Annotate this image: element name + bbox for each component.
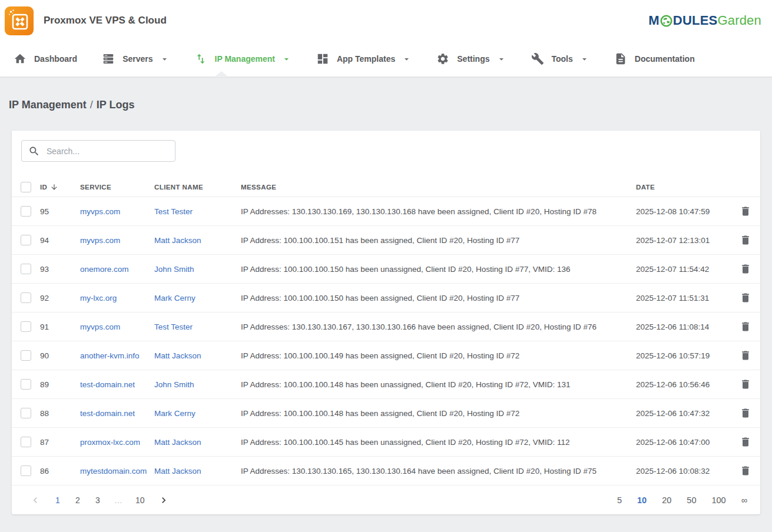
service-link[interactable]: myvps.com: [80, 207, 120, 216]
delete-row-button[interactable]: [734, 292, 751, 304]
nav-item-app-templates[interactable]: App Templates: [304, 41, 424, 77]
trash-icon: [740, 465, 751, 477]
client-link[interactable]: Matt Jackson: [154, 351, 201, 360]
client-link[interactable]: Mark Cerny: [154, 409, 196, 418]
row-checkbox[interactable]: [21, 437, 31, 447]
chevron-down-icon: [496, 54, 506, 64]
per-page-option-50[interactable]: 50: [687, 496, 696, 505]
cell-id: 89: [40, 380, 80, 389]
cell-date: 2025-12-06 10:57:19: [636, 351, 734, 360]
service-link[interactable]: proxmox-lxc.com: [80, 438, 140, 447]
next-page-button[interactable]: [158, 494, 170, 506]
service-link[interactable]: my-lxc.org: [80, 294, 117, 302]
cell-message: IP Address: 100.100.100.149 has been ass…: [241, 351, 636, 360]
home-icon: [14, 52, 26, 65]
nav-item-documentation[interactable]: Documentation: [602, 41, 707, 77]
page-button-3[interactable]: 3: [94, 496, 101, 505]
delete-row-button[interactable]: [734, 321, 751, 332]
row-checkbox[interactable]: [21, 466, 31, 476]
row-checkbox[interactable]: [21, 408, 31, 418]
ip-logs-card: ID SERVICE CLIENT NAME MESSAGE DATE 95my…: [12, 131, 760, 514]
delete-row-button[interactable]: [734, 465, 751, 477]
cell-date: 2025-12-06 10:08:32: [636, 467, 734, 476]
page-button-2[interactable]: 2: [74, 496, 81, 505]
table-row: 87proxmox-lxc.comMatt JacksonIP Address:…: [12, 428, 760, 457]
service-link[interactable]: another-kvm.info: [80, 351, 140, 360]
per-page-option-100[interactable]: 100: [711, 496, 725, 505]
table-row: 88test-domain.netMark CernyIP Address: 1…: [12, 399, 760, 428]
service-link[interactable]: myvps.com: [80, 236, 120, 245]
row-checkbox[interactable]: [21, 235, 31, 245]
per-page-options: 5102050100∞: [617, 496, 747, 505]
service-link[interactable]: myvps.com: [80, 322, 120, 331]
client-link[interactable]: Matt Jackson: [154, 438, 201, 447]
column-header-message[interactable]: MESSAGE: [241, 184, 636, 191]
pagination: 123…10 5102050100∞: [12, 486, 760, 514]
column-header-date[interactable]: DATE: [636, 184, 734, 191]
delete-row-button[interactable]: [734, 407, 751, 419]
service-link[interactable]: onemore.com: [80, 265, 129, 274]
row-checkbox[interactable]: [21, 321, 31, 332]
trash-icon: [740, 407, 751, 419]
per-page-option-∞[interactable]: ∞: [741, 496, 747, 505]
column-header-service[interactable]: SERVICE: [80, 184, 154, 191]
service-link[interactable]: mytestdomain.com: [80, 467, 147, 476]
column-header-client[interactable]: CLIENT NAME: [154, 184, 241, 191]
sort-desc-icon: [50, 183, 58, 191]
page-button-10[interactable]: 10: [135, 496, 145, 505]
cell-message: IP Address: 100.100.100.145 has been una…: [241, 438, 636, 447]
delete-row-button[interactable]: [734, 205, 751, 217]
nav-item-dashboard[interactable]: Dashboard: [1, 41, 90, 77]
select-all-checkbox[interactable]: [21, 182, 31, 192]
search-input[interactable]: [45, 146, 168, 157]
breadcrumb-page: IP Logs: [97, 99, 135, 111]
brand-m: M: [648, 13, 660, 28]
cell-date: 2025-12-07 11:54:42: [636, 265, 734, 274]
nav-item-servers[interactable]: Servers: [90, 41, 181, 77]
client-link[interactable]: Mark Cerny: [154, 294, 196, 302]
delete-row-button[interactable]: [734, 378, 751, 390]
app-logo-icon: [5, 6, 34, 35]
nav-item-tools[interactable]: Tools: [519, 41, 602, 77]
delete-row-button[interactable]: [734, 234, 751, 246]
cell-id: 93: [40, 265, 80, 274]
page-button-1[interactable]: 1: [54, 496, 61, 505]
row-checkbox[interactable]: [21, 206, 31, 217]
breadcrumb-section[interactable]: IP Management: [9, 99, 87, 111]
nav-item-settings[interactable]: Settings: [424, 41, 518, 77]
document-icon: [614, 52, 627, 65]
nav-item-label: Settings: [457, 54, 489, 64]
chevron-left-icon: [29, 494, 41, 506]
client-link[interactable]: Test Tester: [154, 322, 193, 331]
cell-message: IP Addresses: 130.130.130.167, 130.130.1…: [241, 322, 636, 331]
table-row: 93onemore.comJohn SmithIP Address: 100.1…: [12, 255, 760, 284]
cell-message: IP Address: 100.100.100.148 has been ass…: [241, 409, 636, 418]
row-checkbox[interactable]: [21, 264, 31, 274]
column-header-id[interactable]: ID: [40, 183, 80, 191]
client-link[interactable]: Matt Jackson: [154, 236, 201, 245]
delete-row-button[interactable]: [734, 263, 751, 275]
per-page-option-10[interactable]: 10: [637, 496, 647, 505]
cell-message: IP Addresses: 130.130.130.169, 130.130.1…: [241, 207, 636, 216]
client-link[interactable]: John Smith: [154, 265, 194, 274]
row-checkbox[interactable]: [21, 350, 31, 361]
client-link[interactable]: John Smith: [154, 380, 194, 389]
client-link[interactable]: Matt Jackson: [154, 467, 201, 476]
delete-row-button[interactable]: [734, 436, 751, 448]
client-link[interactable]: Test Tester: [154, 207, 193, 216]
per-page-option-5[interactable]: 5: [617, 496, 622, 505]
cell-date: 2025-12-07 12:13:01: [636, 236, 734, 245]
trash-icon: [740, 234, 751, 246]
trash-icon: [740, 205, 751, 217]
brand-garden: Garden: [717, 13, 761, 28]
row-checkbox[interactable]: [21, 292, 31, 303]
cell-id: 95: [40, 207, 80, 216]
delete-row-button[interactable]: [734, 350, 751, 361]
prev-page-button[interactable]: [29, 494, 41, 506]
service-link[interactable]: test-domain.net: [80, 409, 135, 418]
nav-item-ip-management[interactable]: IP Management: [182, 41, 304, 77]
row-checkbox[interactable]: [21, 379, 31, 390]
trash-icon: [740, 292, 751, 304]
per-page-option-20[interactable]: 20: [662, 496, 671, 505]
service-link[interactable]: test-domain.net: [80, 380, 135, 389]
